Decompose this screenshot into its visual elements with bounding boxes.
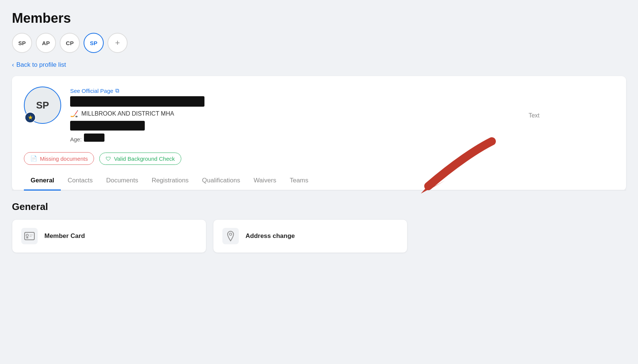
redacted-sub-bar — [70, 121, 145, 131]
profile-tab-ap[interactable]: AP — [36, 33, 56, 53]
general-cards-grid: Member Card Address change — [12, 219, 407, 253]
address-icon — [222, 228, 239, 244]
org-line: 🏒 MILLBROOK AND DISTRICT MHA — [70, 110, 520, 118]
tab-registrations[interactable]: Registrations — [145, 173, 195, 191]
shield-check-icon: 🛡 — [106, 156, 111, 162]
org-badge-inner: ★ — [25, 113, 35, 122]
star-icon: ★ — [28, 115, 33, 120]
svg-rect-5 — [29, 235, 33, 235]
svg-point-7 — [229, 233, 232, 235]
avatar-wrapper: SP ★ — [24, 87, 61, 124]
add-profile-tab-button[interactable]: + — [107, 33, 128, 53]
tab-teams[interactable]: Teams — [283, 173, 315, 191]
profile-tab-cp[interactable]: CP — [60, 33, 80, 53]
hockey-icon: 🏒 — [70, 110, 78, 118]
address-change-label: Address change — [245, 232, 295, 240]
text-label: Text — [529, 112, 540, 119]
general-section-heading: General — [12, 201, 626, 213]
tab-general[interactable]: General — [24, 173, 61, 191]
document-warning-icon: 📄 — [30, 155, 37, 162]
age-line: Age: — [70, 134, 520, 145]
profile-tab-sp-2-active[interactable]: SP — [84, 33, 104, 53]
see-official-page-link[interactable]: See Official Page ⧉ — [70, 87, 119, 94]
back-to-profile-list-link[interactable]: ‹ Back to profile list — [12, 61, 626, 69]
valid-background-check-badge[interactable]: 🛡 Valid Background Check — [99, 153, 181, 165]
profile-info: See Official Page ⧉ 🏒 MILLBROOK AND DIST… — [70, 87, 520, 145]
profile-card: SP ★ See Official Page ⧉ — [12, 76, 626, 191]
redacted-age-bar — [84, 134, 104, 142]
badges-row: 📄 Missing documents 🛡 Valid Background C… — [24, 152, 614, 165]
profile-and-content: SP ★ See Official Page ⧉ — [12, 76, 626, 253]
back-chevron-icon: ‹ — [12, 61, 14, 69]
external-link-icon: ⧉ — [115, 87, 119, 94]
address-change-action[interactable]: Address change — [213, 219, 407, 253]
missing-documents-badge[interactable]: 📄 Missing documents — [24, 152, 94, 165]
profile-tabs-row: SP AP CP SP + — [12, 33, 626, 53]
member-card-label: Member Card — [44, 232, 85, 240]
tab-waivers[interactable]: Waivers — [247, 173, 283, 191]
profile-tab-sp-1[interactable]: SP — [12, 33, 32, 53]
page-title: Members — [12, 10, 626, 26]
member-card-icon — [21, 228, 38, 244]
org-badge: ★ — [25, 112, 36, 123]
content-section: General Member Card — [12, 191, 626, 253]
redacted-name-bar — [70, 96, 204, 107]
tab-qualifications[interactable]: Qualifications — [196, 173, 247, 191]
profile-nav-tabs: General Contacts Documents Registrations… — [12, 173, 626, 191]
svg-rect-4 — [26, 237, 28, 238]
tab-contacts[interactable]: Contacts — [61, 173, 99, 191]
profile-header: SP ★ See Official Page ⧉ — [24, 87, 614, 145]
svg-rect-6 — [29, 236, 32, 237]
member-card-action[interactable]: Member Card — [12, 219, 206, 253]
svg-point-3 — [26, 234, 28, 236]
tab-documents[interactable]: Documents — [99, 173, 145, 191]
